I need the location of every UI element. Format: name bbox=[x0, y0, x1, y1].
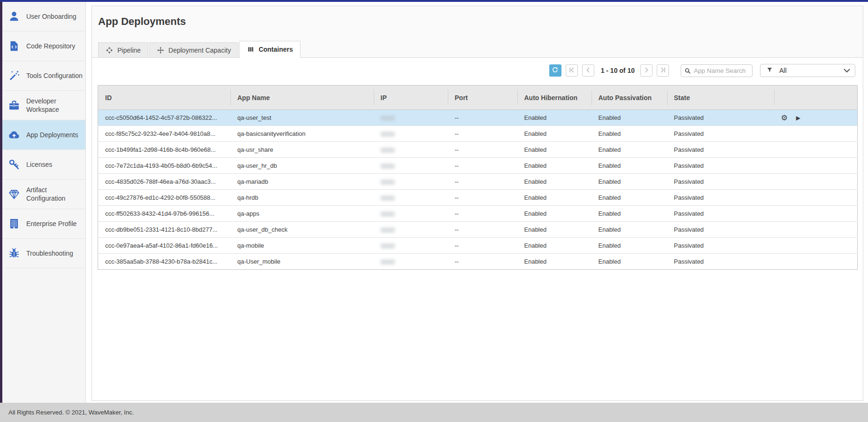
cell-id: ccc-1b499fa1-2d98-416b-8c4b-960e68... bbox=[98, 142, 230, 158]
first-page-button[interactable] bbox=[566, 64, 578, 77]
sidebar-item-code-repository[interactable]: Code Repository bbox=[2, 31, 85, 61]
cell-app_name: qa-hrdb bbox=[230, 190, 374, 206]
cell-app_name: qa-mobile bbox=[230, 238, 374, 254]
cell-state: Passivated bbox=[667, 142, 774, 158]
table-row[interactable]: ccc-49c27876-ed1c-4292-b0f8-550588...qa-… bbox=[98, 190, 858, 206]
cell-auto_hibernation: Enabled bbox=[517, 238, 591, 254]
magic-wand-icon bbox=[8, 70, 20, 82]
containers-table: IDApp NameIPPortAuto HibernationAuto Pas… bbox=[98, 85, 855, 270]
user-icon bbox=[8, 10, 20, 23]
table-row[interactable]: ccc-db9be051-2331-4121-8c10-8bd277...qa-… bbox=[98, 222, 858, 238]
sidebar-item-user-onboarding[interactable]: User Onboarding bbox=[2, 2, 85, 31]
cell-id: ccc-f85c75c2-9232-4ee7-b404-9810a8... bbox=[98, 126, 230, 142]
state-filter-dropdown[interactable]: All bbox=[760, 64, 855, 77]
cell-auto_passivation: Enabled bbox=[591, 126, 667, 142]
ip-redacted bbox=[381, 180, 395, 185]
search-input[interactable] bbox=[681, 65, 752, 77]
sidebar-item-licenses[interactable]: Licenses bbox=[2, 150, 85, 180]
cell-auto_passivation: Enabled bbox=[591, 110, 667, 126]
tab-label: Pipeline bbox=[117, 47, 141, 54]
cell-port: -- bbox=[448, 238, 517, 254]
next-page-button[interactable] bbox=[640, 64, 653, 77]
cell-port: -- bbox=[448, 222, 517, 238]
tab-label: Containers bbox=[259, 46, 293, 53]
sidebar-item-app-deployments[interactable]: App Deployments bbox=[2, 120, 85, 150]
cell-actions bbox=[774, 126, 858, 142]
refresh-button[interactable] bbox=[549, 64, 561, 77]
sidebar-item-enterprise-profile[interactable]: Enterprise Profile bbox=[2, 209, 85, 239]
tab-containers[interactable]: Containers bbox=[239, 41, 300, 58]
cell-actions bbox=[774, 238, 858, 254]
tab-pipeline[interactable]: Pipeline bbox=[98, 42, 148, 57]
cell-ip bbox=[374, 110, 448, 126]
cell-auto_hibernation: Enabled bbox=[517, 174, 591, 190]
table-row[interactable]: ccc-1b499fa1-2d98-416b-8c4b-960e68...qa-… bbox=[98, 142, 858, 158]
cell-auto_passivation: Enabled bbox=[591, 254, 667, 270]
column-header-state: State bbox=[667, 86, 774, 110]
cell-auto_hibernation: Enabled bbox=[517, 206, 591, 222]
cell-actions bbox=[774, 254, 858, 270]
table-row[interactable]: ccc-c5050d64-1452-4c57-872b-086322...qa-… bbox=[98, 110, 858, 126]
sidebar-item-label: Artifact Configuration bbox=[26, 186, 83, 203]
cell-auto_hibernation: Enabled bbox=[517, 110, 591, 126]
cell-auto_hibernation: Enabled bbox=[517, 158, 591, 174]
ip-redacted bbox=[381, 116, 395, 121]
table-row[interactable]: ccc-385aa5ab-3788-4230-b78a-b2841c...qa-… bbox=[98, 254, 858, 270]
cell-app_name: qa-usr_share bbox=[230, 142, 374, 158]
cell-port: -- bbox=[448, 142, 517, 158]
cloud-upload-icon bbox=[8, 129, 20, 141]
sidebar-item-artifact-configuration[interactable]: Artifact Configuration bbox=[2, 180, 85, 209]
tab-deployment-capacity[interactable]: Deployment Capacity bbox=[149, 42, 238, 57]
prev-page-icon bbox=[585, 66, 591, 75]
next-page-icon bbox=[644, 66, 649, 75]
page-title: App Deployments bbox=[98, 16, 186, 28]
cell-state: Passivated bbox=[667, 190, 774, 206]
sidebar-item-troubleshooting[interactable]: Troubleshooting bbox=[2, 239, 85, 268]
cell-port: -- bbox=[448, 254, 517, 270]
sidebar-item-label: Licenses bbox=[26, 160, 52, 169]
gear-icon[interactable]: ⚙ bbox=[781, 114, 788, 122]
pipeline-icon bbox=[106, 47, 113, 54]
cell-auto_passivation: Enabled bbox=[591, 174, 667, 190]
prev-page-button[interactable] bbox=[582, 64, 594, 77]
cell-state: Passivated bbox=[667, 254, 774, 270]
cell-ip bbox=[374, 222, 448, 238]
sidebar-item-label: Developer Workspace bbox=[26, 97, 83, 114]
table-row[interactable]: ccc-f85c75c2-9232-4ee7-b404-9810a8...qa-… bbox=[98, 126, 858, 142]
cell-auto_hibernation: Enabled bbox=[517, 190, 591, 206]
ip-redacted bbox=[381, 132, 395, 137]
cell-id: ccc-ff502633-8432-41d4-97b6-996156... bbox=[98, 206, 230, 222]
cell-app_name: qa-apps bbox=[230, 206, 374, 222]
cell-ip bbox=[374, 158, 448, 174]
table-row[interactable]: ccc-4835d026-788f-46ea-a76d-30aac3...qa-… bbox=[98, 174, 858, 190]
building-icon bbox=[8, 218, 20, 230]
column-header-auto-hibernation: Auto Hibernation bbox=[517, 86, 591, 110]
cell-actions: ⚙▶ bbox=[774, 110, 858, 126]
cell-port: -- bbox=[448, 126, 517, 142]
chevron-down-icon bbox=[844, 66, 850, 75]
sidebar-item-tools-configuration[interactable]: Tools Configuration bbox=[2, 61, 85, 91]
table-row[interactable]: ccc-7e72c1da-4193-4b05-b8d0-6b9c54...qa-… bbox=[98, 158, 858, 174]
sidebar-item-label: Troubleshooting bbox=[26, 249, 73, 258]
cell-ip bbox=[374, 206, 448, 222]
last-page-button[interactable] bbox=[657, 64, 669, 77]
cell-auto_passivation: Enabled bbox=[591, 238, 667, 254]
cell-state: Passivated bbox=[667, 238, 774, 254]
gem-icon bbox=[8, 188, 20, 200]
ip-redacted bbox=[381, 227, 395, 233]
cell-ip bbox=[374, 142, 448, 158]
table-row[interactable]: ccc-0e97aea4-a5af-4102-86a1-fd60e16...qa… bbox=[98, 238, 858, 254]
cell-id: ccc-4835d026-788f-46ea-a76d-30aac3... bbox=[98, 174, 230, 190]
cell-auto_hibernation: Enabled bbox=[517, 222, 591, 238]
pagination-range: 1 - 10 of 10 bbox=[601, 67, 635, 74]
cell-auto_passivation: Enabled bbox=[591, 206, 667, 222]
table-row[interactable]: ccc-ff502633-8432-41d4-97b6-996156...qa-… bbox=[98, 206, 858, 222]
sidebar-item-developer-workspace[interactable]: Developer Workspace bbox=[2, 91, 85, 120]
table-toolbar: 1 - 10 of 10 All bbox=[98, 64, 855, 77]
play-icon[interactable]: ▶ bbox=[796, 115, 800, 121]
cell-id: ccc-db9be051-2331-4121-8c10-8bd277... bbox=[98, 222, 230, 238]
sidebar-item-label: Code Repository bbox=[26, 42, 75, 50]
cell-ip bbox=[374, 190, 448, 206]
briefcase-icon bbox=[8, 99, 20, 111]
cell-auto_passivation: Enabled bbox=[591, 158, 667, 174]
